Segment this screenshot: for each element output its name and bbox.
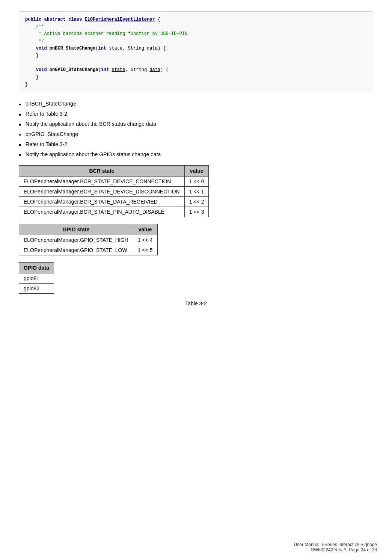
bullet-square-icon: [19, 151, 26, 158]
gpio-state-table-section: GPIO state value ELOPeripheralManager.GP…: [19, 224, 373, 255]
gpio-data-table-section: GPIO data gpio81 gpio82: [19, 262, 373, 294]
gpio-data-cell: gpio82: [19, 283, 54, 293]
bullet-list: onBCR_StateChange Refer to Table 3-2 Not…: [19, 100, 373, 158]
bullet-text: Notify the application about the GPIOs s…: [26, 151, 161, 158]
bcr-state-cell: ELOPeripheralManager.BCR_STATE_DEVICE_DI…: [19, 186, 185, 196]
list-item: Notify the application about the GPIOs s…: [19, 151, 373, 158]
bullet-text: Refer to Table 3-2: [26, 110, 67, 118]
bcr-value-cell: 1 << 1: [184, 186, 209, 196]
footer-line1: User Manual: i-Series Interactive Signag…: [294, 542, 377, 547]
table-row: ELOPeripheralManager.BCR_STATE_DATA_RECE…: [19, 196, 209, 207]
bcr-table-section: BCR state value ELOPeripheralManager.BCR…: [19, 165, 373, 217]
bullet-text: onGPIO_StateChange: [26, 130, 78, 138]
gpio-state-header-state: GPIO state: [19, 224, 133, 235]
list-item: Refer to Table 3-2: [19, 140, 373, 148]
bcr-value-cell: 1 << 3: [184, 207, 209, 217]
page-footer: User Manual: i-Series Interactive Signag…: [294, 542, 377, 552]
bcr-table-header-value: value: [184, 165, 209, 176]
table-row: ELOPeripheralManager.GPIO_STATE_HIGH 1 <…: [19, 235, 158, 245]
table-row: gpio81: [19, 273, 54, 283]
bcr-state-cell: ELOPeripheralManager.BCR_STATE_DEVICE_CO…: [19, 176, 185, 186]
bullet-square-icon: [19, 120, 26, 128]
bcr-table-header-state: BCR state: [19, 165, 185, 176]
gpio-state-table: GPIO state value ELOPeripheralManager.GP…: [19, 224, 158, 255]
list-item: Notify the application about the BCR sta…: [19, 120, 373, 128]
table-row: gpio82: [19, 283, 54, 293]
bullet-square-icon: [19, 140, 26, 148]
table-row: ELOPeripheralManager.BCR_STATE_PIN_AUTO_…: [19, 207, 209, 217]
gpio-data-header: GPIO data: [19, 262, 54, 273]
gpio-data-table: GPIO data gpio81 gpio82: [19, 262, 54, 294]
bcr-table: BCR state value ELOPeripheralManager.BCR…: [19, 165, 209, 217]
list-item: onBCR_StateChange: [19, 100, 373, 108]
bullet-circle-icon: [19, 130, 26, 138]
gpio-data-cell: gpio81: [19, 273, 54, 283]
footer-line2: SW602242 Rev A, Page 24 of 33: [294, 547, 377, 552]
bullet-circle-icon: [19, 100, 26, 108]
page-content: public abstract class ELOPeripheralEvent…: [0, 0, 392, 344]
bcr-state-cell: ELOPeripheralManager.BCR_STATE_PIN_AUTO_…: [19, 207, 185, 217]
bcr-value-cell: 1 << 2: [184, 196, 209, 207]
bullet-text: Refer to Table 3-2: [26, 140, 67, 148]
table-row: ELOPeripheralManager.BCR_STATE_DEVICE_DI…: [19, 186, 209, 196]
bullet-text: onBCR_StateChange: [26, 100, 76, 108]
table-caption: Table 3-2: [19, 300, 373, 306]
gpio-state-cell: ELOPeripheralManager.GPIO_STATE_HIGH: [19, 235, 133, 245]
list-item: onGPIO_StateChange: [19, 130, 373, 138]
gpio-value-cell: 1 << 5: [133, 245, 157, 255]
bullet-square-icon: [19, 110, 26, 118]
gpio-state-cell: ELOPeripheralManager.GPIO_STATE_LOW: [19, 245, 133, 255]
bcr-state-cell: ELOPeripheralManager.BCR_STATE_DATA_RECE…: [19, 196, 185, 207]
gpio-state-header-value: value: [133, 224, 157, 235]
table-row: ELOPeripheralManager.GPIO_STATE_LOW 1 <<…: [19, 245, 158, 255]
bullet-text: Notify the application about the BCR sta…: [26, 120, 156, 128]
bcr-value-cell: 1 << 0: [184, 176, 209, 186]
gpio-value-cell: 1 << 4: [133, 235, 157, 245]
code-block: public abstract class ELOPeripheralEvent…: [19, 11, 373, 93]
list-item: Refer to Table 3-2: [19, 110, 373, 118]
table-row: ELOPeripheralManager.BCR_STATE_DEVICE_CO…: [19, 176, 209, 186]
